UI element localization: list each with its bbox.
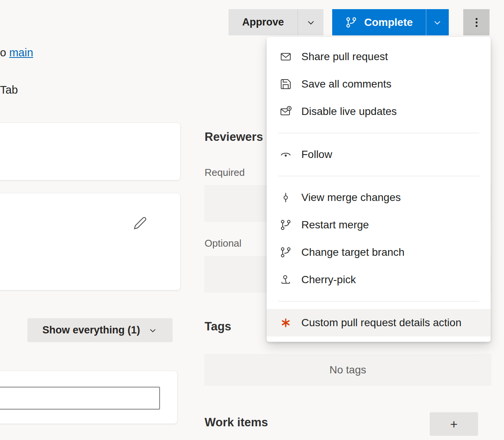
- branch-icon: [279, 246, 292, 259]
- chevron-down-icon: [148, 325, 158, 335]
- commit-icon: [279, 191, 292, 204]
- approve-dropdown-button[interactable]: [298, 9, 323, 35]
- approve-button[interactable]: Approve: [229, 9, 298, 35]
- target-branch-link[interactable]: main: [9, 46, 33, 59]
- menu-item-cherry-pick[interactable]: Cherry-pick: [267, 266, 491, 293]
- menu-item-label: Custom pull request details action: [301, 317, 461, 329]
- chevron-down-icon: [306, 17, 316, 28]
- complete-button-label: Complete: [364, 16, 413, 29]
- menu-item-label: Cherry-pick: [301, 274, 356, 286]
- edit-pencil-icon[interactable]: [133, 216, 147, 230]
- save-icon: [279, 78, 292, 91]
- no-tags-box: No tags: [204, 354, 491, 386]
- menu-item-custom-pull-request-details-action[interactable]: Custom pull request details action: [267, 309, 491, 336]
- plus-icon: +: [450, 417, 458, 432]
- menu-divider: [278, 176, 479, 176]
- menu-divider: [278, 301, 479, 301]
- details-card: [0, 193, 180, 290]
- reviewers-section-title: Reviewers: [205, 130, 263, 144]
- branch-icon: [345, 16, 357, 29]
- menu-item-view-merge-changes[interactable]: View merge changes: [267, 184, 491, 211]
- asterisk-icon: [279, 316, 292, 329]
- approve-split-button: Approve: [229, 9, 323, 35]
- menu-item-share-pull-request[interactable]: Share pull request: [267, 43, 491, 70]
- menu-divider: [278, 133, 479, 133]
- menu-item-follow[interactable]: Follow: [267, 141, 491, 168]
- menu-item-restart-merge[interactable]: Restart merge: [267, 211, 491, 239]
- follow-icon: [279, 148, 292, 161]
- comment-input[interactable]: [0, 387, 160, 410]
- complete-dropdown-button[interactable]: [426, 9, 449, 35]
- menu-item-label: Restart merge: [301, 219, 369, 231]
- menu-item-label: Share pull request: [301, 51, 388, 63]
- branch-line-prefix: o: [0, 46, 6, 59]
- menu-item-change-target-branch[interactable]: Change target branch: [267, 239, 491, 266]
- description-card: [0, 123, 180, 180]
- complete-split-button: Complete: [332, 9, 449, 35]
- reviewers-optional-label: Optional: [205, 238, 242, 249]
- menu-item-label: Save all comments: [301, 78, 392, 90]
- reviewers-required-label: Required: [205, 167, 245, 179]
- more-actions-menu: Share pull request Save all comments Dis…: [267, 37, 491, 342]
- show-everything-dropdown[interactable]: Show everything (1): [27, 318, 173, 342]
- more-actions-button[interactable]: [463, 9, 490, 35]
- menu-item-disable-live-updates[interactable]: Disable live updates: [267, 98, 491, 125]
- approve-button-label: Approve: [242, 16, 284, 28]
- cherry-pick-icon: [279, 273, 292, 286]
- chevron-down-icon: [432, 17, 443, 28]
- add-work-item-button[interactable]: +: [430, 412, 478, 436]
- complete-button[interactable]: Complete: [332, 9, 426, 35]
- work-items-section-title: Work items: [205, 416, 268, 429]
- menu-item-save-all-comments[interactable]: Save all comments: [267, 70, 491, 98]
- vertical-ellipsis-icon: [470, 16, 483, 29]
- target-branch-line: o main: [0, 46, 33, 59]
- menu-item-label: Disable live updates: [301, 105, 397, 118]
- tags-section-title: Tags: [205, 320, 231, 333]
- mail-icon: [279, 50, 292, 63]
- menu-item-label: View merge changes: [301, 191, 401, 204]
- mail-clock-icon: [279, 105, 292, 118]
- menu-item-label: Change target branch: [301, 246, 405, 258]
- no-tags-text: No tags: [330, 364, 366, 376]
- menu-item-label: Follow: [301, 148, 332, 161]
- branch-icon: [279, 218, 292, 231]
- tab-label: Tab: [0, 84, 18, 96]
- show-everything-label: Show everything (1): [42, 324, 140, 336]
- pull-request-page: Approve Complete: [0, 0, 504, 440]
